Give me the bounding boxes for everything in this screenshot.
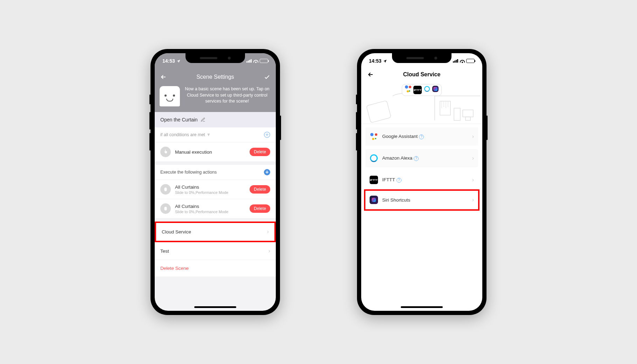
battery-icon bbox=[466, 59, 475, 63]
page-title: Scene Settings bbox=[196, 74, 234, 80]
test-label: Test bbox=[160, 248, 169, 254]
tap-icon bbox=[160, 147, 171, 157]
service-row-siri-shortcuts[interactable]: Siri Shortcuts › bbox=[365, 191, 478, 209]
ifttt-icon: IFTTT bbox=[413, 86, 422, 94]
add-condition-button[interactable]: + bbox=[264, 132, 270, 138]
svg-rect-10 bbox=[454, 108, 460, 120]
service-label: IFTTT bbox=[382, 177, 395, 182]
scene-name-label: Open the Curtain bbox=[160, 117, 198, 122]
page-title: Cloud Service bbox=[374, 71, 469, 78]
alexa-icon bbox=[424, 86, 430, 92]
back-button[interactable] bbox=[160, 73, 167, 81]
svg-rect-0 bbox=[164, 188, 167, 191]
conditions-header: if all conditions are met ▼ + bbox=[155, 127, 276, 142]
service-label: Google Assistant bbox=[382, 134, 418, 139]
status-time: 14:53 bbox=[162, 58, 175, 64]
action-title: All Curtains bbox=[175, 204, 245, 209]
dropdown-icon[interactable]: ▼ bbox=[206, 132, 211, 137]
svg-rect-11 bbox=[463, 110, 473, 117]
delete-action-button[interactable]: Delete bbox=[250, 185, 270, 194]
highlight-siri-shortcuts: Siri Shortcuts › bbox=[364, 189, 479, 211]
chevron-right-icon: › bbox=[472, 133, 474, 140]
signal-icon bbox=[453, 59, 458, 63]
manual-execution-label: Manual execution bbox=[175, 149, 245, 155]
service-label: Siri Shortcuts bbox=[382, 197, 410, 203]
service-row-google-assistant[interactable]: Google Assistant? › bbox=[365, 127, 478, 146]
status-time: 14:53 bbox=[369, 58, 382, 64]
phone-frame-2: 14:53 Cloud Service IFTTT bbox=[357, 49, 486, 315]
siri-icon bbox=[370, 196, 378, 204]
robot-icon bbox=[160, 86, 180, 106]
location-icon bbox=[176, 59, 181, 63]
chevron-right-icon: › bbox=[267, 229, 269, 235]
setup-description: Now a basic scene has been set up. Tap o… bbox=[183, 86, 271, 106]
chevron-right-icon: › bbox=[268, 248, 270, 254]
screen-cloud-service: 14:53 Cloud Service IFTTT bbox=[361, 53, 482, 311]
highlight-cloud-service: Cloud Service › bbox=[155, 222, 276, 242]
location-icon bbox=[383, 59, 387, 63]
action-row[interactable]: All Curtains Slide to 0%,Performance Mod… bbox=[155, 199, 276, 218]
svg-rect-1 bbox=[164, 207, 167, 211]
screen-scene-settings: 14:53 Scene Settings bbox=[155, 53, 276, 311]
info-icon[interactable]: ? bbox=[414, 156, 419, 161]
action-subtitle: Slide to 0%,Performance Mode bbox=[175, 190, 245, 195]
action-subtitle: Slide to 0%,Performance Mode bbox=[175, 210, 245, 214]
illustration-banner: IFTTT bbox=[361, 82, 482, 124]
condition-row-manual[interactable]: Manual execution Delete bbox=[155, 142, 276, 161]
delete-action-button[interactable]: Delete bbox=[250, 204, 270, 213]
delete-condition-button[interactable]: Delete bbox=[250, 148, 270, 156]
siri-icon bbox=[432, 86, 439, 92]
phone-frame-1: 14:53 Scene Settings bbox=[150, 49, 280, 315]
back-button[interactable] bbox=[367, 71, 374, 78]
curtain-icon bbox=[160, 184, 171, 195]
delete-scene-label: Delete Scene bbox=[160, 266, 189, 271]
alexa-icon bbox=[370, 154, 378, 162]
cloud-service-label: Cloud Service bbox=[162, 229, 191, 234]
chevron-right-icon: › bbox=[472, 155, 474, 161]
actions-label: Execute the following actions bbox=[160, 170, 217, 175]
confirm-button[interactable] bbox=[263, 73, 271, 81]
action-row[interactable]: All Curtains Slide to 0%,Performance Mod… bbox=[155, 180, 276, 199]
signal-icon bbox=[246, 59, 252, 63]
svg-rect-12 bbox=[465, 117, 470, 120]
service-row-ifttt[interactable]: IFTTT IFTTT? › bbox=[365, 171, 478, 189]
test-row[interactable]: Test › bbox=[155, 242, 276, 260]
add-action-button[interactable]: + bbox=[264, 169, 270, 175]
wifi-icon bbox=[460, 59, 465, 63]
google-assistant-icon bbox=[370, 132, 378, 141]
svg-rect-2 bbox=[366, 100, 391, 123]
action-title: All Curtains bbox=[175, 184, 245, 190]
actions-header: Execute the following actions + bbox=[155, 165, 276, 180]
google-assistant-icon bbox=[405, 86, 411, 92]
curtain-icon bbox=[160, 203, 171, 214]
info-icon[interactable]: ? bbox=[419, 134, 424, 139]
info-icon[interactable]: ? bbox=[397, 178, 401, 183]
service-row-amazon-alexa[interactable]: Amazon Alexa? › bbox=[365, 149, 478, 167]
scene-name-row[interactable]: Open the Curtain bbox=[155, 112, 276, 127]
chevron-right-icon: › bbox=[472, 197, 474, 203]
wifi-icon bbox=[253, 59, 258, 63]
edit-icon[interactable] bbox=[201, 117, 205, 122]
service-label: Amazon Alexa bbox=[382, 155, 412, 161]
battery-icon bbox=[260, 59, 268, 63]
conditions-label: if all conditions are met bbox=[160, 132, 205, 137]
cloud-service-row[interactable]: Cloud Service › bbox=[156, 223, 274, 241]
ifttt-icon: IFTTT bbox=[370, 176, 378, 184]
chevron-right-icon: › bbox=[472, 177, 474, 183]
delete-scene-row[interactable]: Delete Scene bbox=[155, 260, 276, 276]
